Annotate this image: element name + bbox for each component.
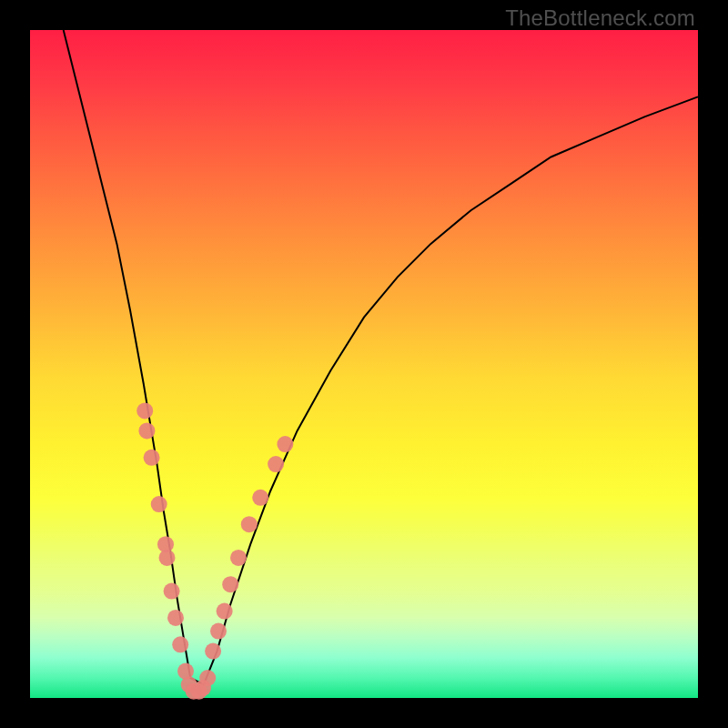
data-marker	[167, 610, 184, 626]
data-marker	[199, 670, 216, 686]
data-marker	[144, 450, 160, 466]
data-marker	[210, 623, 227, 640]
bottleneck-curve	[64, 30, 698, 684]
data-marker	[164, 583, 180, 600]
data-marker	[159, 550, 176, 566]
data-marker	[277, 436, 293, 452]
curve-line-group	[64, 30, 698, 684]
data-marker	[217, 603, 233, 620]
data-marker	[222, 576, 238, 592]
markers-group	[136, 402, 293, 699]
data-marker	[205, 643, 221, 660]
watermark-text: TheBottleneck.com	[505, 5, 695, 31]
data-marker	[241, 516, 258, 532]
data-marker	[230, 550, 247, 566]
chart-svg	[0, 0, 728, 728]
data-marker	[172, 636, 188, 652]
data-marker	[268, 456, 284, 472]
data-marker	[138, 422, 155, 439]
data-marker	[136, 402, 153, 419]
data-marker	[151, 496, 167, 512]
data-marker	[252, 490, 268, 506]
